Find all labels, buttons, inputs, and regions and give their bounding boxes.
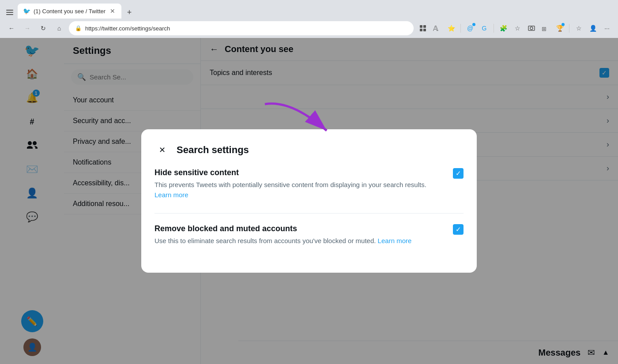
home-button[interactable]: ⌂ bbox=[53, 22, 65, 34]
grammarly-icon[interactable]: G bbox=[479, 23, 490, 34]
favorites-star-icon[interactable]: ☆ bbox=[573, 23, 584, 34]
svg-rect-4 bbox=[423, 25, 426, 28]
star-icon[interactable]: ☆ bbox=[512, 23, 523, 34]
svg-rect-1 bbox=[6, 12, 13, 13]
lock-icon: 🔒 bbox=[75, 25, 82, 31]
svg-text:⊞: ⊞ bbox=[542, 26, 546, 32]
tab-favicon: 🐦 bbox=[23, 8, 30, 15]
toolbar-divider2 bbox=[494, 24, 494, 33]
web-capture-icon[interactable]: ⊞ bbox=[540, 23, 551, 34]
url-text: https://twitter.com/settings/search bbox=[85, 25, 407, 32]
search-settings-modal: ✕ Search settings Hide sensitive content… bbox=[141, 129, 477, 273]
screenshot-icon[interactable] bbox=[526, 23, 537, 34]
svg-text:𝔸: 𝔸 bbox=[433, 25, 438, 32]
browser-tab[interactable]: 🐦 (1) Content you see / Twitter ✕ bbox=[18, 4, 121, 19]
email-badge bbox=[472, 23, 475, 26]
url-bar[interactable]: 🔒 https://twitter.com/settings/search bbox=[69, 21, 414, 35]
hide-sensitive-text-block: Hide sensitive content This prevents Twe… bbox=[154, 168, 426, 200]
main-area: 🐦 🏠 🔔 1 # ✉️ 👤 💬 ✏️ 👤 Settings 🔍 Your ac… bbox=[0, 38, 618, 364]
modal-header: ✕ Search settings bbox=[154, 143, 464, 158]
tab-close-button[interactable]: ✕ bbox=[109, 7, 116, 15]
hide-sensitive-desc-text: This prevents Tweets with potentially se… bbox=[154, 181, 426, 188]
browser-chrome: 🐦 (1) Content you see / Twitter ✕ + ← → … bbox=[0, 0, 618, 38]
refresh-button[interactable]: ↻ bbox=[37, 22, 49, 34]
toolbar-divider bbox=[460, 24, 461, 33]
hide-sensitive-title: Hide sensitive content bbox=[154, 168, 426, 177]
svg-rect-0 bbox=[6, 10, 13, 11]
email-icon[interactable]: @ bbox=[464, 23, 476, 34]
remove-blocked-title: Remove blocked and muted accounts bbox=[154, 224, 411, 233]
browser-tools: 𝔸 ⭐ @ G 🧩 ☆ ⊞ 🏆 ☆ 👤 bbox=[417, 23, 613, 34]
back-button[interactable]: ← bbox=[5, 22, 18, 34]
tab-title: (1) Content you see / Twitter bbox=[34, 8, 106, 15]
remove-blocked-text-block: Remove blocked and muted accounts Use th… bbox=[154, 224, 411, 246]
svg-rect-2 bbox=[6, 14, 13, 15]
hide-sensitive-checkbox[interactable]: ✓ bbox=[453, 168, 464, 179]
svg-rect-3 bbox=[420, 25, 422, 28]
svg-rect-6 bbox=[423, 29, 426, 31]
tab-bar: 🐦 (1) Content you see / Twitter ✕ + bbox=[0, 0, 618, 19]
svg-rect-5 bbox=[420, 29, 422, 31]
remove-blocked-desc: Use this to eliminate search results fro… bbox=[154, 236, 411, 246]
remove-blocked-checkbox[interactable]: ✓ bbox=[453, 224, 464, 235]
remove-blocked-desc-text: Use this to eliminate search results fro… bbox=[154, 237, 376, 244]
modal-overlay[interactable]: ✕ Search settings Hide sensitive content… bbox=[0, 38, 618, 364]
remove-blocked-section: Remove blocked and muted accounts Use th… bbox=[154, 224, 464, 246]
modal-title: Search settings bbox=[177, 144, 249, 156]
svg-point-9 bbox=[530, 27, 533, 30]
favorites-icon[interactable]: ⭐ bbox=[445, 23, 457, 34]
hide-sensitive-learn-more[interactable]: Learn more bbox=[154, 191, 188, 199]
new-tab-button[interactable]: + bbox=[123, 6, 136, 19]
reader-view-icon[interactable]: 𝔸 bbox=[431, 23, 443, 34]
puzzle-icon[interactable]: 🧩 bbox=[497, 23, 509, 34]
game-icon[interactable]: 🏆 bbox=[554, 23, 565, 34]
hide-sensitive-header: Hide sensitive content This prevents Twe… bbox=[154, 168, 464, 200]
toolbar-divider3 bbox=[569, 24, 569, 33]
sidebar-toggle-button[interactable] bbox=[4, 6, 16, 19]
modal-close-button[interactable]: ✕ bbox=[154, 143, 170, 158]
profile-icon[interactable]: 👤 bbox=[587, 23, 599, 34]
hide-sensitive-section: Hide sensitive content This prevents Twe… bbox=[154, 168, 464, 200]
modal-section-divider bbox=[154, 213, 464, 214]
address-bar: ← → ↻ ⌂ 🔒 https://twitter.com/settings/s… bbox=[0, 19, 618, 38]
remove-blocked-learn-more[interactable]: Learn more bbox=[378, 237, 412, 244]
forward-button[interactable]: → bbox=[21, 22, 34, 34]
remove-blocked-header: Remove blocked and muted accounts Use th… bbox=[154, 224, 464, 246]
more-icon[interactable]: ··· bbox=[601, 23, 613, 34]
extensions-icon[interactable] bbox=[417, 23, 429, 34]
hide-sensitive-desc: This prevents Tweets with potentially se… bbox=[154, 180, 426, 200]
